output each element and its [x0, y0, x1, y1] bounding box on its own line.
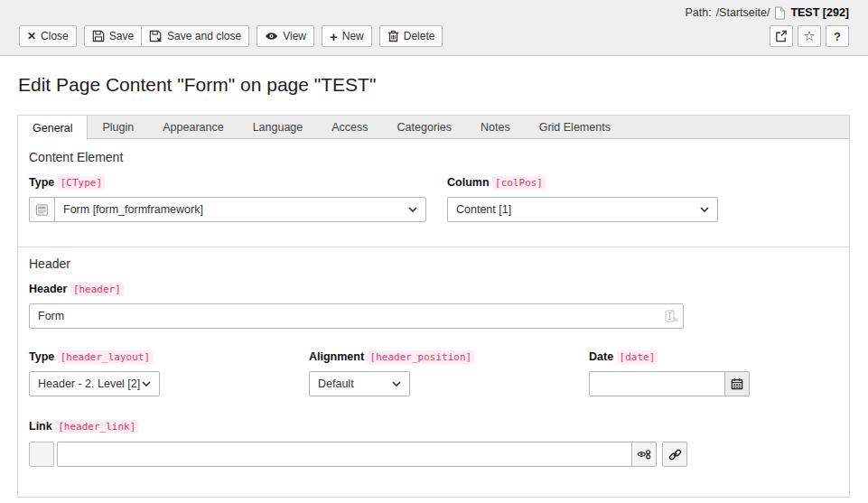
- tab-access[interactable]: Access: [317, 116, 382, 139]
- tab-categories[interactable]: Categories: [383, 116, 466, 139]
- doc-toolbar-right: ☆ ?: [770, 25, 849, 47]
- ctype-field: Type [CType] Form [form_formframework]: [29, 176, 426, 222]
- ctype-select[interactable]: Form [form_formframework]: [54, 197, 426, 222]
- colpos-field: Column [colPos] Content [1]: [447, 176, 718, 222]
- calendar-icon: [731, 377, 743, 390]
- page-icon: [774, 6, 786, 20]
- tab-notes[interactable]: Notes: [466, 116, 525, 139]
- header-position-select[interactable]: Default: [309, 371, 410, 396]
- content-element-section: Content Element Type [CType] Form [form_…: [18, 139, 849, 247]
- link-input[interactable]: [57, 442, 632, 467]
- tab-bar: General Plugin Appearance Language Acces…: [17, 115, 850, 139]
- chevron-down-icon: [408, 207, 417, 212]
- header-position-field: Alignment [header_position] Default: [309, 350, 589, 396]
- chevron-down-icon: [392, 381, 401, 387]
- plus-icon: +: [330, 30, 338, 43]
- page-reference[interactable]: TEST [292]: [790, 6, 849, 19]
- tab-general[interactable]: General: [18, 116, 88, 140]
- header-position-label: Alignment [header_position]: [309, 350, 589, 363]
- header-layout-select[interactable]: Header - 2. Level [2]: [29, 371, 160, 396]
- date-field: Date [date]: [589, 350, 838, 396]
- delete-button[interactable]: Delete: [379, 25, 443, 47]
- colpos-select[interactable]: Content [1]: [447, 197, 718, 222]
- docheader: Path: /Startseite/ TEST [292] ✕ Close Sa…: [0, 0, 868, 56]
- header-input[interactable]: [29, 303, 684, 329]
- link-explanation-toggle-button[interactable]: [631, 442, 657, 467]
- header-position-tag: [header_position]: [368, 350, 475, 364]
- trash-icon: [387, 30, 399, 42]
- clear-field-icon[interactable]: [665, 310, 678, 322]
- close-icon: ✕: [27, 31, 36, 42]
- question-mark-icon: ?: [834, 30, 841, 43]
- save-button[interactable]: Save: [84, 25, 142, 47]
- tab-content-panel: Content Element Type [CType] Form [form_…: [17, 139, 850, 498]
- calendar-button[interactable]: [724, 371, 750, 396]
- date-tag: [date]: [617, 350, 658, 364]
- tab-plugin[interactable]: Plugin: [88, 116, 148, 139]
- header-section: Header Header [header] Type [header_layo…: [18, 247, 849, 478]
- save-and-close-button[interactable]: Save and close: [141, 25, 249, 47]
- date-label: Date [date]: [589, 350, 838, 363]
- header-layout-field: Type [header_layout] Header - 2. Level […: [29, 350, 309, 396]
- chain-link-icon: [668, 448, 682, 461]
- colpos-label: Column [colPos]: [447, 176, 718, 189]
- header-link-label: Link [header_link]: [29, 420, 838, 433]
- section-heading: Content Element: [29, 150, 838, 164]
- star-icon: ☆: [803, 28, 815, 44]
- breadcrumb: Path: /Startseite/ TEST [292]: [19, 3, 849, 23]
- tab-appearance[interactable]: Appearance: [148, 116, 238, 139]
- save-button-group: Save Save and close: [84, 25, 249, 47]
- path-label: Path:: [685, 6, 711, 19]
- header-tag: [header]: [70, 283, 124, 296]
- link-browser-button[interactable]: [662, 442, 687, 467]
- header-layout-label: Type [header_layout]: [29, 350, 309, 363]
- chevron-down-icon: [142, 381, 151, 387]
- save-and-close-icon: [149, 30, 163, 42]
- new-button[interactable]: + New: [322, 25, 372, 47]
- link-icon-placeholder: [29, 442, 54, 467]
- colpos-tag: [colPos]: [492, 176, 546, 190]
- open-in-new-window-button[interactable]: [770, 25, 793, 47]
- link-explanation-icon: [637, 449, 651, 461]
- page-title: Edit Page Content "Form" on page "TEST": [18, 74, 868, 96]
- header-link-tag: [header_link]: [55, 420, 138, 433]
- header-layout-tag: [header_layout]: [58, 350, 153, 364]
- tab-grid-elements[interactable]: Grid Elements: [525, 116, 625, 139]
- ctype-tag: [CType]: [58, 176, 105, 190]
- date-input[interactable]: [589, 371, 725, 396]
- bookmark-button[interactable]: ☆: [798, 25, 821, 47]
- content-text-icon: [29, 197, 54, 222]
- ctype-label: Type [CType]: [29, 176, 426, 189]
- doc-toolbar: ✕ Close Save Save and close View: [19, 25, 849, 47]
- section-heading: Header: [29, 256, 838, 271]
- view-button[interactable]: View: [257, 25, 314, 47]
- path-value: /Startseite/: [716, 6, 770, 19]
- help-button[interactable]: ?: [826, 25, 849, 47]
- external-link-icon: [775, 30, 788, 42]
- header-field-label: Header [header]: [29, 283, 838, 295]
- close-button[interactable]: ✕ Close: [19, 25, 77, 47]
- chevron-down-icon: [700, 207, 709, 212]
- eye-icon: [265, 31, 278, 42]
- tab-language[interactable]: Language: [238, 116, 318, 139]
- save-icon: [92, 30, 105, 42]
